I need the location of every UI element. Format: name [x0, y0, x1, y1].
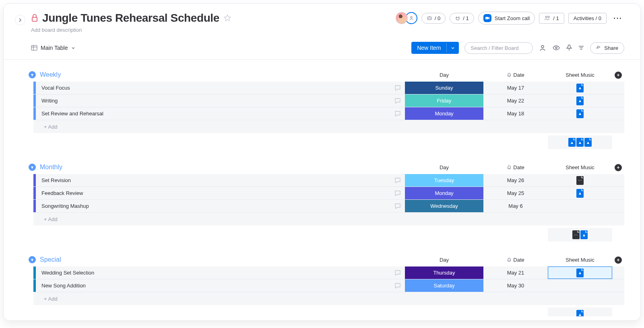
day-cell[interactable]: Saturday — [405, 279, 483, 292]
integrations-button[interactable]: / 1 — [450, 13, 474, 24]
add-item-row[interactable]: + Add — [33, 292, 624, 305]
file-icon[interactable]: ▲ — [576, 310, 584, 316]
file-icon[interactable]: ⋯ — [572, 230, 580, 239]
column-header-sheet[interactable]: Sheet Music — [548, 257, 612, 263]
group-collapse-toggle[interactable]: ▼ — [29, 71, 36, 78]
group-collapse-toggle[interactable]: ▼ — [29, 256, 36, 263]
item-name[interactable]: New Song Addition — [36, 279, 390, 292]
add-item-row[interactable]: + Add — [33, 213, 624, 226]
date-cell[interactable]: May 25 — [483, 187, 548, 199]
column-header-day[interactable]: Day — [405, 164, 483, 170]
sheet-summary[interactable]: ▲▲▲ — [548, 135, 612, 149]
date-cell[interactable]: May 26 — [483, 174, 548, 187]
item-name[interactable]: Wedding Set Selection — [36, 266, 390, 279]
chat-icon[interactable] — [390, 82, 405, 94]
day-cell[interactable]: Tuesday — [405, 174, 483, 187]
add-column-button[interactable]: + — [612, 164, 624, 171]
chat-icon[interactable] — [390, 174, 405, 187]
sheet-summary[interactable]: ▲ — [548, 308, 612, 316]
column-header-date[interactable]: Date — [483, 164, 548, 170]
avatar[interactable] — [396, 12, 408, 24]
day-cell[interactable]: Friday — [405, 94, 483, 107]
table-row[interactable]: Wedding Set Selection Thursday May 21 ▲ — [33, 266, 624, 279]
item-name[interactable]: Vocal Focus — [36, 82, 390, 94]
file-icon[interactable]: ▲ — [576, 189, 584, 198]
sheet-music-cell[interactable]: ▲ — [548, 94, 612, 107]
zoom-button[interactable]: Start Zoom call — [478, 12, 535, 25]
add-column-button[interactable]: + — [612, 71, 624, 79]
people-button[interactable]: / 1 — [539, 13, 564, 24]
column-header-date[interactable]: Date — [483, 257, 548, 263]
share-button[interactable]: Share — [590, 42, 624, 54]
item-name[interactable]: Songwriting Mashup — [36, 200, 390, 212]
board-description[interactable]: Add board description — [31, 27, 231, 33]
item-name[interactable]: Feedback Review — [36, 187, 390, 199]
sheet-music-cell[interactable]: ▲ — [548, 266, 612, 279]
table-row[interactable]: Feedback Review Monday May 25 ▲ — [33, 187, 624, 200]
column-header-day[interactable]: Day — [405, 257, 483, 263]
date-cell[interactable]: May 21 — [483, 266, 548, 279]
day-cell[interactable]: Thursday — [405, 266, 483, 279]
column-header-sheet[interactable]: Sheet Music — [548, 72, 612, 78]
day-cell[interactable]: Monday — [405, 187, 483, 199]
day-cell[interactable]: Wednesday — [405, 200, 483, 212]
add-item-row[interactable]: + Add — [33, 120, 624, 133]
new-item-button[interactable]: New Item — [411, 42, 459, 54]
chat-icon[interactable] — [390, 266, 405, 279]
date-cell[interactable]: May 18 — [483, 107, 548, 120]
pin-icon[interactable] — [566, 44, 572, 51]
table-row[interactable]: Songwriting Mashup Wednesday May 6 — [33, 200, 624, 213]
table-row[interactable]: Writing Friday May 22 ▲ — [33, 94, 624, 107]
day-cell[interactable]: Sunday — [405, 82, 483, 94]
sheet-summary[interactable]: ⋯▲ — [548, 228, 612, 242]
file-icon[interactable]: ▲ — [576, 84, 584, 92]
file-icon[interactable]: ▲ — [576, 269, 584, 277]
file-icon[interactable]: ⋯ — [576, 176, 584, 185]
group-title[interactable]: Weekly — [40, 71, 61, 78]
file-icon[interactable]: ▲ — [584, 138, 592, 147]
chat-icon[interactable] — [390, 107, 405, 120]
activities-button[interactable]: Activities / 0 — [568, 13, 607, 24]
chat-icon[interactable] — [390, 187, 405, 199]
chat-icon[interactable] — [390, 94, 405, 107]
date-cell[interactable]: May 17 — [483, 82, 548, 94]
column-header-sheet[interactable]: Sheet Music — [548, 164, 612, 170]
sheet-music-cell[interactable]: ⋯ — [548, 174, 612, 187]
table-row[interactable]: Set Revision Tuesday May 26 ⋯ — [33, 174, 624, 187]
filter-icon[interactable] — [578, 45, 584, 51]
automations-button[interactable]: / 0 — [421, 13, 446, 24]
day-cell[interactable]: Monday — [405, 107, 483, 120]
file-icon[interactable]: ▲ — [576, 109, 584, 118]
file-icon[interactable]: ▲ — [576, 138, 584, 147]
sheet-music-cell[interactable]: ▲ — [548, 107, 612, 120]
eye-icon[interactable] — [552, 45, 560, 51]
column-header-date[interactable]: Date — [483, 72, 548, 78]
date-cell[interactable]: May 22 — [483, 94, 548, 107]
group-collapse-toggle[interactable]: ▼ — [29, 164, 36, 171]
table-row[interactable]: New Song Addition Saturday May 30 — [33, 279, 624, 292]
sheet-music-cell[interactable] — [548, 200, 612, 212]
add-column-button[interactable]: + — [612, 256, 624, 264]
group-title[interactable]: Special — [40, 256, 61, 263]
file-icon[interactable]: ▲ — [576, 96, 584, 105]
person-filter-icon[interactable] — [539, 44, 547, 52]
view-selector[interactable]: Main Table — [31, 45, 76, 51]
table-row[interactable]: Vocal Focus Sunday May 17 ▲ — [33, 82, 624, 94]
column-header-day[interactable]: Day — [405, 72, 483, 78]
chat-icon[interactable] — [390, 200, 405, 212]
date-cell[interactable]: May 6 — [483, 200, 548, 212]
sheet-music-cell[interactable] — [548, 279, 612, 292]
sheet-music-cell[interactable]: ▲ — [548, 82, 612, 94]
sheet-music-cell[interactable]: ▲ — [548, 187, 612, 199]
new-item-dropdown[interactable] — [446, 43, 459, 53]
item-name[interactable]: Set Review and Rehearsal — [36, 107, 390, 120]
item-name[interactable]: Set Revision — [36, 174, 390, 187]
search-input[interactable]: Search / Filter Board — [464, 42, 533, 54]
date-cell[interactable]: May 30 — [483, 279, 548, 292]
file-icon[interactable]: ▲ — [580, 230, 588, 239]
star-icon[interactable] — [223, 14, 231, 22]
more-icon[interactable]: ⋯ — [611, 13, 624, 23]
board-title[interactable]: Jungle Tunes Rehearsal Schedule — [42, 12, 219, 25]
file-icon[interactable]: ▲ — [568, 138, 576, 147]
table-row[interactable]: Set Review and Rehearsal Monday May 18 ▲ — [33, 107, 624, 120]
